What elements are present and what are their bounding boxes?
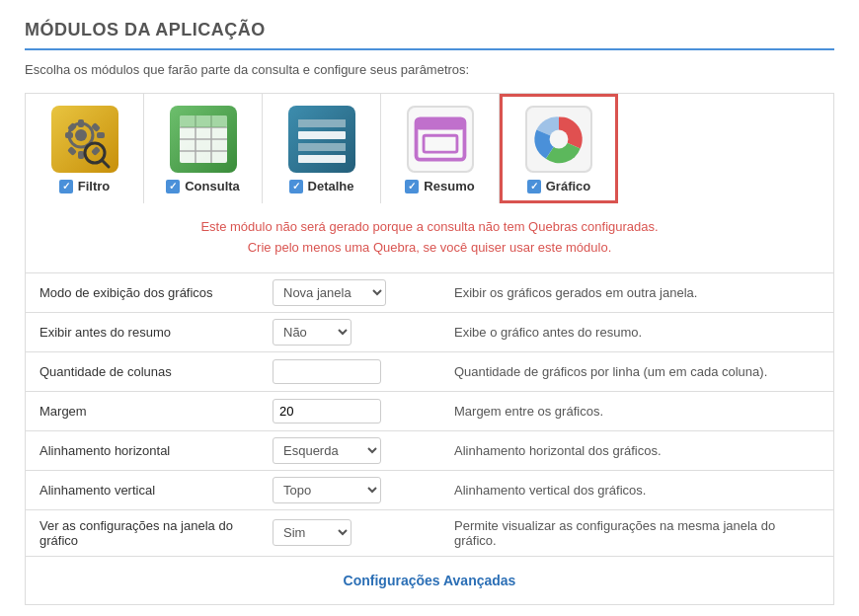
module-filtro[interactable]: Filtro [26, 94, 144, 203]
module-consulta[interactable]: Consulta [144, 94, 263, 203]
detalhe-svg [288, 106, 355, 173]
select-exibir-antes[interactable]: Não Sim [273, 319, 351, 346]
detalhe-checkbox[interactable] [289, 180, 303, 193]
config-label-5: Alinhamento vertical [26, 475, 263, 505]
svg-rect-5 [65, 132, 73, 138]
config-control-2 [263, 355, 440, 388]
config-desc-6: Permite visualizar as configurações na m… [440, 510, 833, 556]
config-control-1: Não Sim [263, 315, 440, 349]
grafico-icon [525, 106, 592, 173]
config-row-2: Quantidade de colunas Quantidade de gráf… [26, 352, 833, 392]
svg-rect-4 [78, 151, 84, 159]
config-row-1: Exibir antes do resumo Não Sim Exibe o g… [26, 313, 833, 352]
config-label-2: Quantidade de colunas [26, 356, 263, 387]
config-label-0: Modo de exibição dos gráficos [26, 277, 263, 308]
config-desc-2: Quantidade de gráficos por linha (um em … [440, 356, 833, 387]
config-table: Modo de exibição dos gráficos Nova janel… [25, 272, 834, 557]
config-label-1: Exibir antes do resumo [26, 317, 263, 347]
config-desc-4: Alinhamento horizontal dos gráficos. [440, 435, 833, 466]
module-grafico[interactable]: Gráfico [500, 94, 618, 203]
config-row-5: Alinhamento vertical Topo Meio Baixo Ali… [26, 471, 833, 510]
grafico-label-row: Gráfico [527, 179, 591, 193]
warning-line1: Este módulo não será gerado porque a con… [39, 217, 820, 238]
config-desc-5: Alinhamento vertical dos gráficos. [440, 475, 833, 505]
config-control-3 [263, 395, 440, 427]
filtro-label-row: Filtro [59, 179, 111, 193]
warning-section: Este módulo não será gerado porque a con… [25, 203, 834, 272]
config-control-6: Sim Não [263, 515, 440, 550]
filtro-svg [51, 106, 118, 173]
warning-line2: Crie pelo menos uma Quebra, se você quis… [39, 238, 820, 259]
select-modo-exibicao[interactable]: Nova janela Mesma janela [273, 279, 386, 306]
config-control-4: Esquerda Centro Direita [263, 433, 440, 468]
config-row-4: Alinhamento horizontal Esquerda Centro D… [26, 431, 833, 471]
svg-point-2 [75, 129, 87, 141]
config-row-6: Ver as configurações na janela do gráfic… [26, 510, 833, 556]
config-label-4: Alinhamento horizontal [26, 435, 263, 466]
select-ver-config[interactable]: Sim Não [273, 519, 351, 546]
svg-rect-26 [298, 119, 346, 127]
consulta-icon [170, 106, 237, 173]
detalhe-label: Detalhe [308, 179, 354, 193]
config-row-3: Margem Margem entre os gráficos. [26, 392, 833, 431]
detalhe-icon [288, 106, 355, 173]
svg-rect-25 [298, 155, 346, 163]
select-alinhamento-vertical[interactable]: Topo Meio Baixo [273, 477, 381, 503]
resumo-svg [409, 108, 472, 171]
resumo-label: Resumo [424, 179, 474, 193]
svg-rect-23 [298, 131, 346, 139]
resumo-checkbox[interactable] [405, 180, 419, 193]
filtro-icon [51, 106, 118, 173]
module-detalhe[interactable]: Detalhe [263, 94, 381, 203]
consulta-svg [170, 106, 237, 173]
config-label-3: Margem [26, 396, 263, 426]
page-subtitle: Escolha os módulos que farão parte da co… [25, 62, 834, 77]
svg-rect-3 [78, 119, 84, 127]
advanced-link[interactable]: Configurações Avançadas [344, 573, 516, 588]
consulta-label-row: Consulta [166, 179, 240, 193]
filtro-checkbox[interactable] [59, 180, 73, 193]
svg-rect-27 [298, 143, 346, 151]
svg-rect-20 [180, 116, 227, 127]
consulta-checkbox[interactable] [166, 180, 180, 193]
config-control-0: Nova janela Mesma janela [263, 275, 440, 310]
page-container: MÓDULOS DA APLICAÇÃO Escolha os módulos … [0, 0, 859, 616]
svg-rect-30 [416, 118, 464, 129]
filtro-label: Filtro [78, 179, 111, 193]
grafico-checkbox[interactable] [527, 180, 541, 193]
config-control-5: Topo Meio Baixo [263, 473, 440, 507]
advanced-link-section: Configurações Avançadas [25, 557, 834, 605]
svg-point-33 [550, 130, 569, 149]
resumo-label-row: Resumo [405, 179, 474, 193]
config-label-6: Ver as configurações na janela do gráfic… [26, 510, 263, 556]
input-margem[interactable] [273, 399, 381, 424]
input-qtd-colunas[interactable] [273, 359, 381, 384]
config-desc-1: Exibe o gráfico antes do resumo. [440, 317, 833, 347]
grafico-svg [527, 108, 590, 171]
modules-row: Filtro [25, 93, 834, 203]
page-title: MÓDULOS DA APLICAÇÃO [25, 20, 834, 50]
detalhe-label-row: Detalhe [289, 179, 354, 193]
svg-rect-6 [97, 132, 105, 138]
consulta-label: Consulta [185, 179, 240, 193]
config-desc-3: Margem entre os gráficos. [440, 396, 833, 426]
select-alinhamento-horizontal[interactable]: Esquerda Centro Direita [273, 437, 381, 464]
config-desc-0: Exibir os gráficos gerados em outra jane… [440, 277, 833, 308]
resumo-icon [407, 106, 474, 173]
config-row-0: Modo de exibição dos gráficos Nova janel… [26, 273, 833, 313]
module-resumo[interactable]: Resumo [381, 94, 500, 203]
grafico-label: Gráfico [546, 179, 591, 193]
